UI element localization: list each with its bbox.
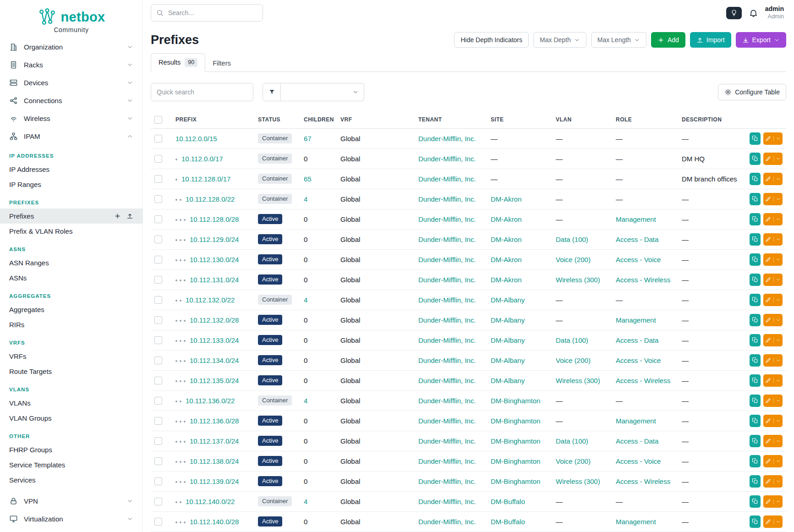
role-link[interactable]: Access - Wireless [616,477,670,485]
tab-results[interactable]: Results 90 [151,53,205,72]
site-link[interactable]: DM-Albany [491,316,525,324]
edit-button[interactable] [763,495,783,508]
prefix-link[interactable]: 10.112.140.0/22 [186,498,235,505]
clone-button[interactable] [750,153,761,165]
add-button[interactable]: Add [651,32,685,48]
clone-button[interactable] [750,415,761,427]
children-link[interactable]: 65 [304,175,312,183]
column-header-site[interactable]: SITE [487,111,552,129]
site-link[interactable]: DM-Buffalo [491,518,525,526]
clone-button[interactable] [750,354,761,367]
site-link[interactable]: DM-Akron [491,195,522,203]
row-checkbox[interactable] [154,256,162,263]
theme-toggle-button[interactable] [726,7,742,19]
role-link[interactable]: Access - Data [616,437,658,445]
upload-icon[interactable] [126,213,133,219]
row-checkbox[interactable] [154,356,162,364]
tenant-link[interactable]: Dunder-Mifflin, Inc. [418,135,476,143]
tenant-link[interactable]: Dunder-Mifflin, Inc. [418,256,476,263]
prefix-link[interactable]: 10.112.139.0/24 [190,477,239,485]
edit-button[interactable] [763,415,783,427]
tenant-link[interactable]: Dunder-Mifflin, Inc. [418,236,476,243]
role-link[interactable]: Access - Voice [616,457,661,465]
children-link[interactable]: 4 [304,195,307,203]
prefix-link[interactable]: 10.112.134.0/24 [190,356,239,364]
role-link[interactable]: Access - Data [616,236,658,243]
tenant-link[interactable]: Dunder-Mifflin, Inc. [418,215,476,223]
select-all-checkbox[interactable] [154,116,162,124]
clone-button[interactable] [750,374,761,387]
sidebar-item-racks[interactable]: Racks [0,56,142,74]
vlan-link[interactable]: Data (100) [556,336,588,344]
sidebar-item-vpn[interactable]: VPN [0,492,142,510]
bell-icon[interactable] [749,8,758,18]
tenant-link[interactable]: Dunder-Mifflin, Inc. [418,175,476,183]
vlan-link[interactable]: Voice (200) [556,256,591,263]
row-checkbox[interactable] [154,417,162,425]
sidebar-item-vlan-groups[interactable]: VLAN Groups [0,411,142,426]
edit-button[interactable] [763,193,783,205]
row-checkbox[interactable] [154,236,162,243]
clone-button[interactable] [750,173,761,185]
user-menu[interactable]: admin Admin [765,5,784,20]
tenant-link[interactable]: Dunder-Mifflin, Inc. [418,417,476,425]
children-link[interactable]: 67 [304,135,312,143]
tenant-link[interactable]: Dunder-Mifflin, Inc. [418,457,476,465]
edit-button[interactable] [763,435,783,447]
site-link[interactable]: DM-Binghamton [491,437,540,445]
prefix-link[interactable]: 10.112.133.0/24 [190,336,239,344]
sidebar-item-services[interactable]: Services [0,472,142,488]
edit-button[interactable] [763,314,783,326]
sidebar-item-devices[interactable]: Devices [0,74,142,92]
saved-filter-select[interactable] [281,83,364,101]
sidebar-item-prefixes[interactable]: Prefixes [0,208,142,224]
clone-button[interactable] [750,253,761,266]
site-link[interactable]: DM-Albany [491,296,525,304]
prefix-link[interactable]: 10.112.131.0/24 [190,276,239,284]
tenant-link[interactable]: Dunder-Mifflin, Inc. [418,195,476,203]
prefix-link[interactable]: 10.112.137.0/24 [190,437,239,445]
column-header-role[interactable]: ROLE [612,111,678,129]
sidebar-item-rirs[interactable]: RIRs [0,317,142,332]
configure-table-button[interactable]: Configure Table [718,84,786,100]
site-link[interactable]: DM-Akron [491,236,522,243]
sidebar-item-vlans[interactable]: VLANs [0,395,142,411]
sidebar-item-service-templates[interactable]: Service Templates [0,457,142,472]
sidebar-item-organization[interactable]: Organization [0,38,142,56]
clone-button[interactable] [750,334,761,346]
import-button[interactable]: Import [690,32,731,48]
tenant-link[interactable]: Dunder-Mifflin, Inc. [418,437,476,445]
sidebar-item-virtualization[interactable]: Virtualization [0,510,142,528]
row-checkbox[interactable] [154,195,162,203]
quick-search-input[interactable] [151,83,253,101]
edit-button[interactable] [763,354,783,367]
hide-depth-indicators-button[interactable]: Hide Depth Indicators [454,32,529,48]
edit-button[interactable] [763,233,783,246]
site-link[interactable]: DM-Akron [491,215,522,223]
row-checkbox[interactable] [154,135,162,143]
children-link[interactable]: 4 [304,498,307,505]
site-link[interactable]: DM-Akron [491,276,522,284]
vlan-link[interactable]: Data (100) [556,437,588,445]
row-checkbox[interactable] [154,397,162,405]
sidebar-item-aggregates[interactable]: Aggregates [0,302,142,317]
clone-button[interactable] [750,395,761,407]
vlan-link[interactable]: Wireless (300) [556,276,600,284]
children-link[interactable]: 4 [304,296,307,304]
edit-button[interactable] [763,213,783,225]
column-header-vlan[interactable]: VLAN [552,111,612,129]
site-link[interactable]: DM-Albany [491,336,525,344]
prefix-link[interactable]: 10.112.132.0/28 [190,316,239,324]
vlan-link[interactable]: Voice (200) [556,457,591,465]
vlan-link[interactable]: Voice (200) [556,356,591,364]
plus-icon[interactable] [114,213,121,219]
prefix-link[interactable]: 10.112.138.0/24 [190,457,239,465]
prefix-link[interactable]: 10.112.128.0/22 [186,195,235,203]
edit-button[interactable] [763,374,783,387]
sidebar-item-route-targets[interactable]: Route Targets [0,364,142,379]
edit-button[interactable] [763,475,783,488]
edit-button[interactable] [763,395,783,407]
sidebar-item-ip-ranges[interactable]: IP Ranges [0,177,142,192]
max-depth-dropdown[interactable]: Max Depth [533,32,586,48]
clone-button[interactable] [750,213,761,225]
